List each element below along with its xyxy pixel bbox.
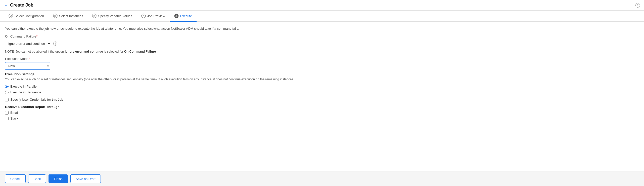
radio-parallel-label: Execute in Parallel [10, 85, 37, 88]
radio-parallel[interactable]: Execute in Parallel [5, 85, 639, 88]
checkbox-slack[interactable]: Slack [5, 117, 639, 120]
checkbox-user-credentials-input[interactable] [5, 98, 9, 101]
svg-text:D: D [94, 15, 95, 17]
execution-settings-header: Execution Settings [5, 72, 639, 76]
tab-execute-label: Execute [180, 14, 192, 18]
user-credentials-group: Specify User Credentials for this Job [5, 98, 639, 101]
tab-variable-icon: D [92, 14, 97, 18]
note-bold1: Ignore error and continue [65, 50, 103, 53]
tab-execute-icon: ◎ [174, 14, 179, 18]
main-container: ← Create Job ? Select Configuration [0, 0, 644, 186]
report-checkboxes-group: Email Slack [5, 111, 639, 120]
help-icon[interactable]: ? [635, 3, 640, 8]
content-area: You can either execute the job now or sc… [0, 22, 644, 171]
page-title: Create Job [10, 3, 33, 8]
footer-bar: Cancel Back Finish Save as Draft [0, 171, 644, 186]
note-prefix: NOTE: Job cannot be aborted if the optio… [5, 50, 65, 53]
tab-job-preview-label: Job Preview [147, 14, 165, 18]
back-arrow-icon[interactable]: ← [4, 3, 8, 8]
report-section-label: Receive Execution Report Through [5, 105, 639, 109]
execution-mode-row: Now Schedule [5, 62, 639, 70]
radio-parallel-input[interactable] [5, 85, 9, 88]
tab-preview-icon: D [141, 14, 146, 18]
on-command-failure-select[interactable]: Ignore error and continue Abort [5, 40, 51, 47]
page-header: ← Create Job ? [0, 0, 644, 11]
page-title-area: ← Create Job [4, 3, 33, 8]
execution-settings-desc: You can execute a job on a set of instan… [5, 78, 639, 81]
checkbox-email-input[interactable] [5, 111, 9, 115]
execution-mode-label: Execution Mode [5, 57, 639, 61]
checkbox-slack-input[interactable] [5, 117, 9, 120]
checkbox-email-label: Email [10, 111, 19, 115]
checkbox-email[interactable]: Email [5, 111, 639, 115]
svg-rect-1 [53, 14, 57, 18]
checkbox-user-credentials[interactable]: Specify User Credentials for this Job [5, 98, 639, 101]
tab-execute[interactable]: ◎ Execute [170, 11, 197, 22]
note-bold2: On Command Failure [124, 50, 156, 53]
back-button[interactable]: Back [28, 174, 46, 183]
tab-specify-variable-values-label: Specify Variable Values [98, 14, 132, 18]
tabs-bar: Select Configuration Select Instances D … [0, 11, 644, 22]
tab-list-icon [53, 14, 58, 18]
on-command-failure-row: Ignore error and continue Abort i [5, 40, 639, 47]
on-command-failure-info-icon[interactable]: i [53, 42, 57, 46]
radio-sequence-input[interactable] [5, 91, 9, 94]
execution-mode-radio-group: Execute in Parallel Execute in Sequence [5, 85, 639, 94]
svg-point-0 [9, 14, 13, 18]
checkbox-user-credentials-label: Specify User Credentials for this Job [10, 98, 63, 101]
on-command-failure-label: On Command Failure [5, 34, 639, 38]
tab-specify-variable-values[interactable]: D Specify Variable Values [87, 11, 136, 22]
svg-text:D: D [143, 15, 145, 17]
finish-button[interactable]: Finish [49, 174, 68, 183]
checkbox-slack-label: Slack [10, 117, 18, 120]
tab-select-instances-label: Select Instances [59, 14, 83, 18]
tab-select-instances[interactable]: Select Instances [49, 11, 87, 22]
tab-select-configuration[interactable]: Select Configuration [4, 11, 49, 22]
execution-mode-select[interactable]: Now Schedule [5, 62, 50, 70]
radio-sequence-label: Execute in Sequence [10, 90, 41, 94]
note-mid: is selected for [103, 50, 124, 53]
radio-sequence[interactable]: Execute in Sequence [5, 90, 639, 94]
note-text: NOTE: Job cannot be aborted if the optio… [5, 50, 639, 53]
intro-text: You can either execute the job now or sc… [5, 27, 639, 30]
tab-select-configuration-label: Select Configuration [15, 14, 44, 18]
tab-job-preview[interactable]: D Job Preview [137, 11, 170, 22]
tab-settings-icon [9, 14, 13, 18]
save-draft-button[interactable]: Save as Draft [70, 174, 101, 183]
svg-text:◎: ◎ [175, 15, 177, 17]
cancel-button[interactable]: Cancel [5, 174, 26, 183]
